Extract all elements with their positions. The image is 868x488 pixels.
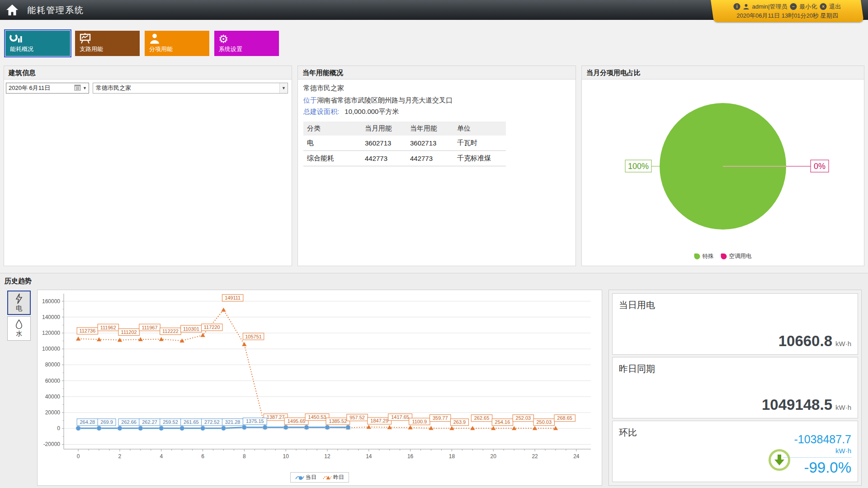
svg-text:140000: 140000 <box>42 314 60 320</box>
table-header-cell: 单位 <box>453 122 506 136</box>
table-cell: 电 <box>303 136 361 151</box>
series-point <box>76 337 80 341</box>
svg-text:1385.52: 1385.52 <box>329 418 347 424</box>
exit-button[interactable]: 退出 <box>829 3 841 11</box>
svg-text:0%: 0% <box>814 162 826 171</box>
legend-label: 空调用电 <box>729 253 752 260</box>
stat-card-today: 当日用电 10660.8 kW·h <box>612 293 858 355</box>
svg-text:359.77: 359.77 <box>433 415 448 421</box>
svg-text:111202: 111202 <box>121 329 137 335</box>
pie-bars-icon <box>9 33 23 45</box>
stat-title: 昨日同期 <box>619 363 655 375</box>
svg-text:80000: 80000 <box>45 361 61 368</box>
trend-chart-legend: 当日昨日 <box>290 472 349 483</box>
svg-text:117220: 117220 <box>204 324 220 330</box>
svg-text:14: 14 <box>366 453 372 460</box>
close-icon[interactable]: × <box>820 3 826 10</box>
building-select[interactable]: 常德市民之家 ▼ <box>93 83 288 94</box>
svg-text:321.28: 321.28 <box>225 419 241 425</box>
tab-electricity[interactable]: 电 <box>7 291 31 315</box>
svg-text:261.65: 261.65 <box>184 419 199 425</box>
ratio-unit: kW·h <box>783 447 851 455</box>
person-icon <box>149 33 160 45</box>
svg-text:252.03: 252.03 <box>516 415 531 421</box>
pie-chart[interactable]: 100%0% <box>582 80 864 266</box>
table-header-cell: 当年用能 <box>406 122 453 136</box>
table-header-cell: 分类 <box>303 122 361 136</box>
panel-heading: 建筑信息 <box>4 66 292 80</box>
series-point <box>325 425 330 430</box>
building-location: 位于湖南省常德市武陵区朗州路与月亮大道交叉口 <box>303 96 570 105</box>
nav-tile-itemized-energy[interactable]: 分项用能 <box>145 31 209 56</box>
table-header-cell: 当月用能 <box>361 122 406 136</box>
table-cell: 3602713 <box>406 136 453 151</box>
svg-text:110301: 110301 <box>183 326 199 332</box>
series-point <box>76 426 80 431</box>
svg-text:100%: 100% <box>628 162 649 171</box>
series-point <box>242 425 246 430</box>
panel-heading: 当月分项用电占比 <box>582 66 864 80</box>
legend-swatch-icon <box>694 253 700 259</box>
svg-text:10: 10 <box>283 453 289 460</box>
series-point <box>201 426 205 431</box>
stat-unit: kW·h <box>835 404 851 411</box>
pie-panel: 当月分项用电占比 100%0% 特殊空调用电 <box>581 66 864 266</box>
series-point <box>553 426 558 430</box>
svg-text:1100.9: 1100.9 <box>412 419 427 424</box>
table-cell: 千克标准煤 <box>453 151 506 166</box>
series-point <box>242 342 246 346</box>
select-arrow-icon[interactable]: ▼ <box>279 83 288 93</box>
minimize-icon[interactable]: − <box>790 3 797 10</box>
svg-text:-20000: -20000 <box>43 441 61 447</box>
nav-tile-label: 支路用能 <box>80 45 103 53</box>
calendar-icon[interactable] <box>74 84 81 92</box>
series-point <box>138 426 143 431</box>
svg-text:22: 22 <box>532 453 538 460</box>
legend-item[interactable]: 昨日 <box>323 474 344 481</box>
stat-title: 环比 <box>619 427 637 439</box>
date-dropdown-arrow-icon[interactable]: ▼ <box>81 86 89 90</box>
nav-tile-branch-energy[interactable]: 支路用能 <box>75 31 140 56</box>
svg-text:111962: 111962 <box>100 325 116 330</box>
history-section: 历史趋势 电 水 -200000200004000060000800001000… <box>0 273 868 488</box>
legend-item[interactable]: 空调用电 <box>721 253 752 260</box>
trend-chart-panel: -200000200004000060000800001000001200001… <box>37 290 602 486</box>
ratio-value: -1038487.7 <box>783 433 851 446</box>
svg-text:2: 2 <box>118 453 122 460</box>
series-point <box>159 426 164 431</box>
tab-water[interactable]: 水 <box>7 316 31 341</box>
svg-text:254.16: 254.16 <box>495 419 510 425</box>
svg-text:0: 0 <box>77 453 80 460</box>
nav-tile-label: 能耗概况 <box>10 45 33 53</box>
info-icon[interactable]: i <box>734 3 741 10</box>
building-select-value: 常德市民之家 <box>96 84 131 92</box>
series-point <box>118 426 122 431</box>
stats-panel: 当日用电 10660.8 kW·h 昨日同期 1049148.5 kW·h 环比… <box>609 290 862 486</box>
trend-line-chart[interactable]: -200000200004000060000800001000001200001… <box>38 290 602 473</box>
svg-text:269.9: 269.9 <box>100 419 113 425</box>
building-info-panel: 建筑信息 2020年 6月11日 ▼ 常德市民之家 ▼ <box>4 66 292 266</box>
nav-tile-energy-overview[interactable]: 能耗概况 <box>5 31 70 56</box>
svg-text:112222: 112222 <box>162 328 179 334</box>
legend-marker-icon <box>295 474 304 481</box>
legend-item[interactable]: 特殊 <box>694 253 714 260</box>
svg-text:6: 6 <box>201 453 204 460</box>
svg-text:1847.29: 1847.29 <box>370 418 388 423</box>
stat-value: 1049148.5 <box>762 396 832 413</box>
building-name: 常德市民之家 <box>303 84 570 93</box>
svg-text:263.9: 263.9 <box>453 419 466 425</box>
lightning-icon <box>15 293 23 304</box>
ratio-percent: -99.0% <box>783 459 851 476</box>
svg-text:111967: 111967 <box>142 325 158 330</box>
home-icon[interactable] <box>5 3 19 17</box>
series-point <box>387 425 392 429</box>
svg-text:264.28: 264.28 <box>80 419 95 425</box>
date-picker-input[interactable]: 2020年 6月11日 ▼ <box>6 83 89 94</box>
legend-item[interactable]: 当日 <box>295 474 316 481</box>
series-point <box>283 425 288 430</box>
annual-energy-panel: 当年用能概况 常德市民之家 位于湖南省常德市武陵区朗州路与月亮大道交叉口 总建设… <box>297 66 576 266</box>
svg-text:272.52: 272.52 <box>204 419 220 425</box>
svg-text:20: 20 <box>491 453 497 460</box>
minimize-button[interactable]: 最小化 <box>799 3 817 11</box>
nav-tile-system-settings[interactable]: ⚙ 系统设置 <box>214 31 279 56</box>
